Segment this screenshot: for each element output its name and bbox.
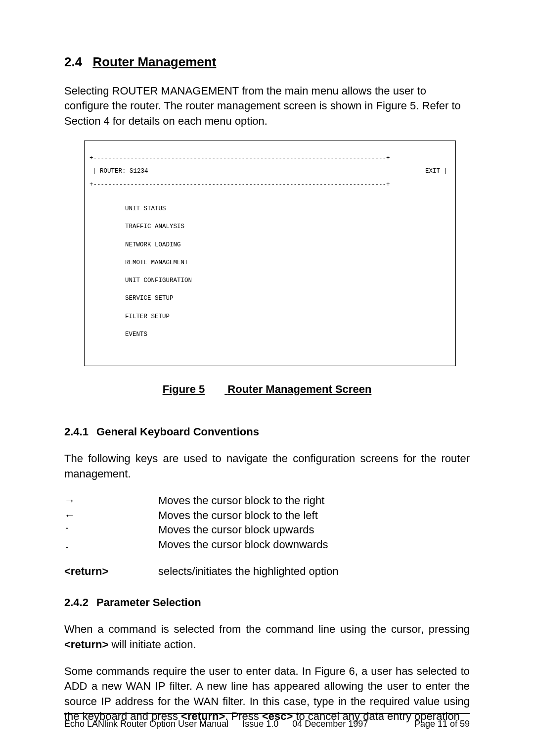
key-row: ↓ Moves the cursor block downwards [64, 537, 470, 552]
subsection-title: General Keyboard Conventions [96, 425, 259, 438]
terminal-menu-item: NETWORK LOADING [125, 242, 450, 248]
terminal-menu-item: REMOTE MANAGEMENT [125, 260, 450, 266]
arrow-up-icon: ↑ [64, 522, 158, 537]
key-row: <return> selects/initiates the highlight… [64, 564, 470, 579]
key-row: ← Moves the cursor block to the left [64, 508, 470, 523]
terminal-border-mid: +---------------------------------------… [89, 182, 450, 188]
terminal-header: | ROUTER: S1234EXIT | [89, 168, 450, 175]
figure-label: Figure 5 [163, 383, 205, 395]
key-description: selects/initiates the highlighted option [158, 564, 470, 579]
paragraph: When a command is selected from the comm… [64, 622, 470, 652]
key-description: Moves the cursor block downwards [158, 537, 470, 552]
return-key-inline: <return> [64, 638, 108, 651]
arrow-left-icon: ← [64, 508, 158, 523]
text-run: will initiate action. [108, 638, 196, 651]
terminal-menu: UNIT STATUS TRAFFIC ANALYSIS NETWORK LOA… [89, 194, 450, 344]
terminal-screen: +---------------------------------------… [84, 141, 456, 366]
subsection-heading: 2.4.2 Parameter Selection [64, 596, 470, 609]
key-description: Moves the cursor block to the left [158, 508, 470, 523]
terminal-menu-item: FILTER SETUP [125, 314, 450, 320]
text-run: When a command is selected from the comm… [64, 623, 470, 635]
subsection-heading: 2.4.1 General Keyboard Conventions [64, 425, 470, 438]
footer-page: Page 11 of 59 [414, 719, 470, 729]
subsection-intro: The following keys are used to navigate … [64, 451, 470, 481]
arrow-down-icon: ↓ [64, 537, 158, 552]
terminal-border-top: +---------------------------------------… [89, 155, 450, 162]
key-row: ↑ Moves the cursor block upwards [64, 522, 470, 537]
return-key-label: <return> [64, 564, 158, 579]
footer-title: Echo LANlink Router Option User Manual [64, 719, 228, 729]
terminal-menu-item: SERVICE SETUP [125, 295, 450, 302]
section-number: 2.4 [64, 54, 82, 70]
terminal-menu-item: TRAFFIC ANALYSIS [125, 224, 450, 230]
section-heading: 2.4 Router Management [64, 54, 470, 70]
subsection-title: Parameter Selection [96, 596, 201, 609]
arrow-right-icon: → [64, 493, 158, 508]
footer-line: Echo LANlink Router Option User Manual I… [64, 719, 470, 729]
page-footer: Echo LANlink Router Option User Manual I… [64, 713, 470, 729]
figure-title: Router Management Screen [227, 383, 371, 395]
key-row: → Moves the cursor block to the right [64, 493, 470, 508]
terminal-menu-item: UNIT STATUS [125, 206, 450, 212]
footer-rule [64, 713, 470, 714]
terminal-header-left: | ROUTER: S1234 [92, 168, 148, 175]
section-intro: Selecting ROUTER MANAGEMENT from the mai… [64, 84, 470, 129]
subsection-number: 2.4.2 [64, 596, 89, 609]
subsection-number: 2.4.1 [64, 425, 89, 438]
terminal-header-right: EXIT | [425, 168, 447, 175]
section-title: Router Management [92, 54, 216, 69]
key-description: Moves the cursor block to the right [158, 493, 470, 508]
footer-issue: Issue 1.0 [242, 719, 278, 729]
terminal-menu-item: UNIT CONFIGURATION [125, 278, 450, 284]
terminal-menu-item: EVENTS [125, 331, 450, 338]
figure-caption: Figure 5 Router Management Screen [64, 383, 470, 396]
footer-date: 04 December 1997 [292, 719, 368, 729]
key-description: Moves the cursor block upwards [158, 522, 470, 537]
key-conventions-table: → Moves the cursor block to the right ← … [64, 493, 470, 578]
